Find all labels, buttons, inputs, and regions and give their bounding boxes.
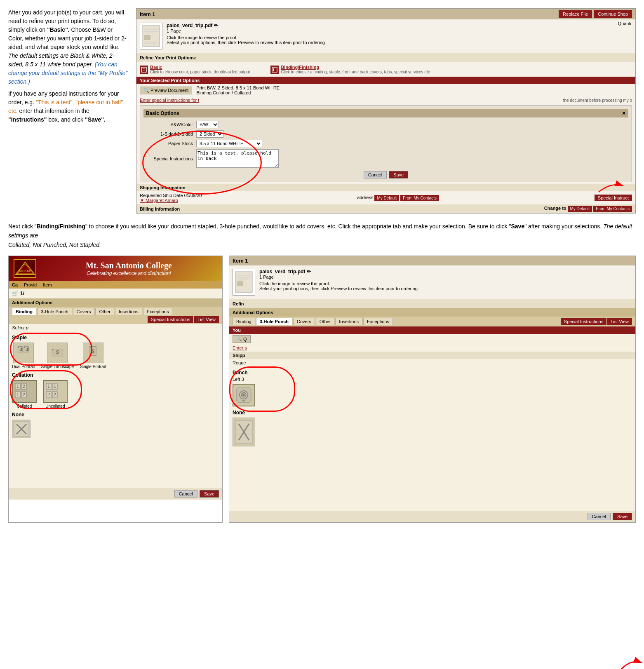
svg-text:S: S — [26, 347, 29, 351]
item-label: Item 1 — [140, 11, 155, 17]
nav-item[interactable]: Item — [43, 282, 52, 287]
sided-select[interactable]: 2 Sided 1 Sided — [196, 130, 223, 138]
right-tab-insertions[interactable]: Insertions — [335, 318, 362, 325]
collation-title: Collation — [12, 372, 219, 378]
top-screenshot: Item 1 Replace File Continue Shop Quanti — [136, 8, 636, 214]
svg-rect-7 — [141, 67, 146, 72]
college-tagline: Celebrating excellence and distinction! — [40, 270, 217, 276]
svg-rect-10 — [272, 67, 277, 72]
special-instructions-button[interactable]: Special Instruct — [595, 195, 632, 201]
modal-close-button[interactable]: ✕ — [622, 110, 626, 116]
bw-select[interactable]: B/W Color — [196, 121, 219, 128]
modal-cancel-button[interactable]: Cancel — [364, 171, 387, 178]
tab-binding[interactable]: Binding — [12, 308, 36, 315]
college-name: Mt. San Antonio College — [40, 261, 217, 270]
svg-point-56 — [242, 394, 245, 396]
modal-bw-row: B&W/Color B/W Color — [143, 121, 628, 128]
right-refine-bar: Refin — [229, 299, 635, 308]
cart-label: 1/ — [20, 291, 24, 296]
shipping-row: Shipping Information — [136, 184, 635, 191]
nav-provid[interactable]: Provid — [24, 282, 37, 287]
staple-title: Staple — [12, 335, 219, 340]
binding-option[interactable]: Binding/Finishing Click to choose a bind… — [270, 65, 430, 74]
list-view-tab[interactable]: List View — [194, 316, 219, 323]
right-content: Punch Left 3 None — [229, 366, 635, 511]
basic-title[interactable]: Basic — [150, 65, 250, 70]
collation-collated[interactable]: 1 2 1 2 Collated — [12, 380, 37, 408]
collation-uncollated[interactable]: 1 1 2 2 Uncollated — [43, 380, 68, 408]
punch-icon[interactable] — [233, 384, 255, 406]
triangle-icon: ▼ — [140, 198, 146, 203]
svg-text:1: 1 — [54, 384, 56, 389]
edit-icon[interactable]: ✏ — [214, 23, 218, 28]
from-contacts-button[interactable]: From My Contacts — [400, 195, 439, 201]
billing-my-default-button[interactable]: My Default — [568, 206, 592, 212]
replace-file-button[interactable]: Replace File — [559, 10, 592, 18]
right-preview-button[interactable]: 🔍 Q — [233, 335, 251, 343]
modal-save-button[interactable]: Save — [389, 171, 408, 178]
this-is-test: "This is a test", — [36, 99, 74, 106]
quantity-label: Quanti — [618, 21, 631, 26]
none-title: None — [12, 412, 219, 418]
tab-exceptions[interactable]: Exceptions — [143, 308, 173, 315]
address-buttons: address My Default From My Contacts — [357, 195, 439, 201]
enter-special-link[interactable]: Enter special instructions for t — [140, 98, 199, 103]
my-default-button[interactable]: My Default — [374, 195, 399, 201]
right-none-section: None — [233, 410, 632, 446]
cancel-button-right[interactable]: Cancel — [588, 513, 611, 520]
instructions-textarea[interactable]: This is a test, please hold in back — [196, 149, 279, 168]
single-landscape-label: Single Landscape — [41, 364, 74, 369]
right-tab-3hole[interactable]: 3-Hole Punch — [256, 318, 292, 325]
right-tab-covers[interactable]: Covers — [293, 318, 315, 325]
single-portrait-label: Single Portrait — [80, 364, 106, 369]
right-tab-exceptions[interactable]: Exceptions — [363, 318, 393, 325]
right-tab-binding[interactable]: Binding — [233, 318, 255, 325]
file-name: palos_verd_trip.pdf ✏ — [167, 23, 325, 28]
uncollated-icon: 1 1 2 2 — [43, 380, 68, 403]
staple-single-portrait[interactable]: S Single Portrait — [80, 343, 106, 369]
special-instructions-tab[interactable]: Special Instructions — [148, 316, 193, 323]
right-you-row: You — [229, 326, 635, 334]
etc-text: etc. — [8, 108, 18, 114]
save-button-right[interactable]: Save — [613, 513, 632, 520]
binding-title[interactable]: Binding/Finishing — [281, 65, 430, 70]
dual-portrait-icon: S S — [13, 343, 34, 363]
dual-portrait-label: Dual Portrait — [12, 364, 35, 369]
collated-label: Collated — [17, 404, 32, 408]
requested-ship: Requested Ship Date 01/09/20 — [140, 193, 202, 198]
right-edit-icon[interactable]: ✏ — [307, 269, 311, 275]
right-file-pages: 1 Page — [259, 275, 419, 279]
right-file-info: palos_verd_trip.pdf ✏ 1 Page Click the i… — [229, 265, 635, 299]
staple-single-landscape[interactable]: S Single Landscape — [41, 343, 74, 369]
svg-text:1: 1 — [16, 384, 19, 389]
modal-title: Basic Options — [146, 110, 179, 116]
basic-option[interactable]: Basic Click to choose color, paper stock… — [140, 65, 250, 74]
right-tab-other[interactable]: Other — [316, 318, 335, 325]
right-tabs-row: Binding 3-Hole Punch Covers Other Insert… — [229, 317, 635, 326]
tab-covers[interactable]: Covers — [73, 308, 95, 315]
tab-3hole[interactable]: 3-Hole Punch — [37, 308, 72, 315]
right-special-instr-tab[interactable]: Special Instructions — [561, 318, 606, 325]
nav-ca[interactable]: Ca — [12, 282, 18, 287]
tab-insertions[interactable]: Insertions — [115, 308, 142, 315]
billing-from-contacts-button[interactable]: From My Contacts — [593, 206, 632, 212]
binding-icon — [270, 66, 279, 74]
save-button-left[interactable]: Save — [200, 490, 219, 498]
cancel-button-left[interactable]: Cancel — [174, 490, 197, 498]
preview-button[interactable]: 🔍 Preview Document — [140, 87, 192, 94]
svg-point-27 — [90, 346, 91, 347]
tab-other[interactable]: Other — [95, 308, 114, 315]
collation-options: 1 2 1 2 Collated — [12, 380, 219, 408]
continue-shop-button[interactable]: Continue Shop — [594, 10, 632, 18]
right-list-view-tab[interactable]: List View — [607, 318, 632, 325]
modal-instr-row: Special Instructions This is a test, ple… — [143, 149, 628, 168]
item-header: Item 1 Replace File Continue Shop — [136, 9, 635, 19]
print-opts-row: 🔍 Preview Document Print B/W, 2 Sided, 8… — [136, 84, 635, 96]
basic-text: Basic Click to choose color, paper stock… — [150, 65, 250, 74]
margaret-name[interactable]: ▼ Margaret Amaro — [140, 198, 202, 203]
right-file-instr2: Select your print options, then click Pr… — [259, 286, 419, 291]
staple-dual-portrait[interactable]: S S Dual Portrait — [12, 343, 35, 369]
paper-select[interactable]: 8.5 x 11 Bond WHITE — [196, 140, 262, 147]
mid-description: Next click "Binding/Finishing" to choose… — [8, 222, 636, 249]
next-click-text: Next click " — [8, 223, 37, 230]
